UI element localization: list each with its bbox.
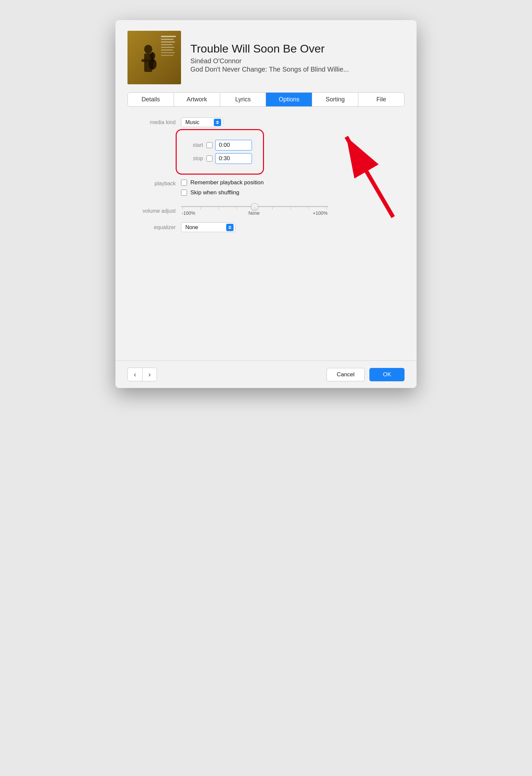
tick bbox=[308, 207, 309, 210]
tab-options[interactable]: Options bbox=[266, 93, 312, 106]
tick bbox=[327, 207, 327, 210]
skip-shuffling-label: Skip when shuffling bbox=[190, 189, 239, 196]
tab-sorting[interactable]: Sorting bbox=[312, 93, 358, 106]
volume-max-label: +100% bbox=[313, 210, 328, 216]
tick bbox=[218, 207, 219, 210]
stop-label: stop bbox=[186, 156, 206, 162]
playback-label: playback bbox=[127, 179, 181, 187]
song-info: Trouble Will Soon Be Over Sinéad O'Conno… bbox=[190, 42, 349, 74]
skip-shuffling-row: Skip when shuffling bbox=[181, 189, 264, 196]
equalizer-label: equalizer bbox=[127, 224, 181, 230]
stop-row: stop bbox=[186, 153, 252, 164]
start-stop-group: start stop bbox=[181, 134, 259, 170]
media-kind-select[interactable]: Music Movie TV Show Audiobook Podcast bbox=[181, 117, 223, 127]
slider-container: -100% None +100% bbox=[181, 206, 328, 216]
start-label: start bbox=[186, 142, 206, 148]
slider-labels: -100% None +100% bbox=[181, 210, 328, 216]
volume-row: volume adjust -100% None +10 bbox=[127, 206, 405, 216]
svg-rect-9 bbox=[161, 39, 174, 40]
svg-rect-14 bbox=[161, 52, 175, 53]
playback-group: Remember playback position Skip when shu… bbox=[181, 179, 264, 199]
slider-ticks bbox=[181, 207, 328, 210]
album-art bbox=[127, 31, 181, 84]
tick bbox=[237, 207, 237, 210]
song-artist: Sinéad O'Connor bbox=[190, 57, 349, 65]
next-button[interactable]: › bbox=[143, 368, 157, 381]
media-kind-select-wrapper: Music Movie TV Show Audiobook Podcast bbox=[181, 117, 223, 127]
tick bbox=[182, 207, 183, 210]
start-stop-highlight bbox=[176, 129, 264, 175]
tab-details[interactable]: Details bbox=[128, 93, 174, 106]
header: Trouble Will Soon Be Over Sinéad O'Conno… bbox=[115, 20, 417, 92]
svg-rect-13 bbox=[161, 50, 173, 51]
equalizer-select[interactable]: None Acoustic Bass Booster Classical Dan… bbox=[181, 222, 236, 232]
skip-shuffling-checkbox[interactable] bbox=[181, 190, 187, 196]
tick bbox=[272, 207, 273, 210]
tick bbox=[200, 207, 201, 210]
equalizer-select-wrapper: None Acoustic Bass Booster Classical Dan… bbox=[181, 222, 236, 232]
tab-file[interactable]: File bbox=[358, 93, 404, 106]
tab-artwork[interactable]: Artwork bbox=[174, 93, 220, 106]
prev-button[interactable]: ‹ bbox=[128, 368, 143, 381]
remember-playback-row: Remember playback position bbox=[181, 179, 264, 186]
start-checkbox[interactable] bbox=[206, 142, 212, 148]
nav-buttons: ‹ › bbox=[127, 368, 157, 381]
stop-input[interactable] bbox=[215, 153, 252, 164]
tabs-container: Details Artwork Lyrics Options Sorting F… bbox=[127, 92, 405, 107]
start-input[interactable] bbox=[215, 140, 252, 151]
volume-min-label: -100% bbox=[182, 210, 195, 216]
stop-checkbox[interactable] bbox=[206, 156, 212, 162]
ok-button[interactable]: OK bbox=[369, 368, 405, 381]
action-buttons: Cancel OK bbox=[327, 368, 405, 381]
content: media kind Music Movie TV Show Audiobook… bbox=[115, 107, 417, 361]
svg-rect-12 bbox=[161, 47, 174, 48]
start-row: start bbox=[186, 140, 252, 151]
remember-playback-label: Remember playback position bbox=[190, 179, 264, 186]
equalizer-row: equalizer None Acoustic Bass Booster Cla… bbox=[127, 222, 405, 232]
remember-playback-checkbox[interactable] bbox=[181, 180, 187, 186]
dialog: Trouble Will Soon Be Over Sinéad O'Conno… bbox=[115, 20, 417, 388]
volume-none-label: None bbox=[249, 210, 260, 216]
song-album: God Don't Never Change: The Songs of Bli… bbox=[190, 66, 349, 73]
svg-rect-7 bbox=[152, 52, 153, 69]
cancel-button[interactable]: Cancel bbox=[327, 368, 365, 381]
media-kind-row: media kind Music Movie TV Show Audiobook… bbox=[127, 117, 405, 127]
footer: ‹ › Cancel OK bbox=[115, 361, 417, 388]
song-title: Trouble Will Soon Be Over bbox=[190, 42, 349, 56]
start-stop-spacer bbox=[127, 134, 181, 136]
tab-lyrics[interactable]: Lyrics bbox=[220, 93, 266, 106]
tick bbox=[290, 207, 291, 210]
media-kind-label: media kind bbox=[127, 119, 181, 125]
svg-rect-8 bbox=[161, 36, 176, 37]
volume-label: volume adjust bbox=[127, 208, 181, 214]
svg-rect-10 bbox=[161, 41, 175, 42]
svg-rect-11 bbox=[161, 44, 173, 45]
svg-point-2 bbox=[144, 45, 152, 54]
start-stop-form-row: start stop bbox=[127, 134, 405, 170]
svg-rect-15 bbox=[161, 55, 174, 56]
tick bbox=[255, 207, 255, 210]
playback-row: playback Remember playback position Skip… bbox=[127, 179, 405, 199]
